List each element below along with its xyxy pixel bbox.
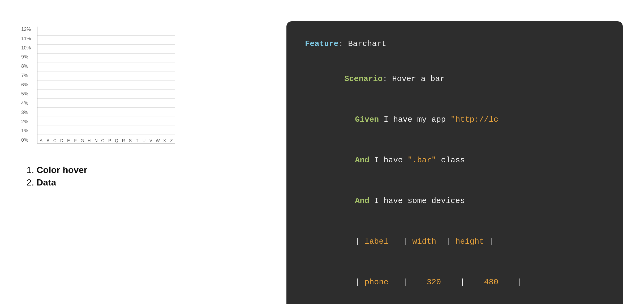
and1-rest: class <box>436 156 465 165</box>
tr1-pipe1: | <box>355 278 364 287</box>
bar-col: R <box>121 137 126 143</box>
y-axis-label: 10% <box>21 45 31 51</box>
y-axis-label: 7% <box>21 73 31 78</box>
bar-col: S <box>128 137 133 143</box>
y-axis-labels: 0%1%2%3%4%5%6%7%8%9%10%11%12% <box>21 27 31 143</box>
bar-col: H <box>87 137 92 143</box>
bar-col: D <box>59 137 65 143</box>
y-axis-label: 2% <box>21 119 31 125</box>
bar-col: G <box>80 137 85 143</box>
bar-col: V <box>148 137 154 143</box>
bar-x-label: S <box>129 138 132 143</box>
bar-col: O <box>100 137 106 143</box>
tr1-height: 480 <box>484 278 498 287</box>
bar-col: P <box>107 137 112 143</box>
given-keyword: Given <box>355 115 379 124</box>
bar-col: B <box>45 137 51 143</box>
bar-x-label: T <box>136 138 139 143</box>
bar-x-label: V <box>149 138 152 143</box>
table-row1: | phone | 320 | 480 | <box>305 262 604 303</box>
bars-wrapper: ABCDEFGHNOPQRSTUVWXZ <box>37 27 175 143</box>
bar-x-label: G <box>81 138 84 143</box>
bar-x-label: R <box>122 138 125 143</box>
y-axis-label: 0% <box>21 137 31 143</box>
feature-value: : Barchart <box>338 39 386 48</box>
y-axis-label: 8% <box>21 64 31 69</box>
y-axis-label: 5% <box>21 91 31 97</box>
given-value: I have my app <box>379 115 450 124</box>
table-row2: | tablet | 1024 | 768 | <box>305 303 604 304</box>
table-pipe1: | <box>355 237 364 246</box>
legend-list: 1. Color hover2. Data <box>21 165 271 190</box>
tr1-sep3: | <box>498 278 522 287</box>
feature-keyword: Feature <box>305 39 338 48</box>
and1-line: And I have ".bar" class <box>305 140 604 181</box>
table-sep2: | <box>436 237 455 246</box>
and1-keyword: And <box>355 156 369 165</box>
tr1-width: 320 <box>427 278 441 287</box>
y-axis-label: 4% <box>21 100 31 106</box>
bar-x-label: E <box>67 138 70 143</box>
code-panel: Feature: Barchart Scenario: Hover a bar … <box>286 21 623 304</box>
y-axis-label: 11% <box>21 36 31 41</box>
bar-col: Z <box>169 137 174 143</box>
feature-line: Feature: Barchart <box>305 37 604 51</box>
table-height-header: height <box>455 237 484 246</box>
tr1-sep1: | <box>388 278 427 287</box>
table-sep1: | <box>388 237 412 246</box>
bar-x-label: Q <box>115 138 118 143</box>
bar-x-label: A <box>40 138 43 143</box>
bar-col: T <box>135 137 140 143</box>
scenario-keyword: Scenario <box>344 74 383 83</box>
bar-col: X <box>162 137 167 143</box>
bar-x-label: X <box>163 138 166 143</box>
bar-col: A <box>38 137 44 143</box>
bar-col: F <box>73 137 78 143</box>
legend-item: 1. Color hover <box>27 165 271 175</box>
y-axis-label: 3% <box>21 110 31 115</box>
bar-x-label: O <box>101 138 104 143</box>
bar-col: W <box>155 137 160 143</box>
bar-x-label: B <box>46 138 49 143</box>
y-axis-label: 12% <box>21 27 31 32</box>
and1-value: I have <box>369 156 407 165</box>
main-container: 0%1%2%3%4%5%6%7%8%9%10%11%12% ABCDEFGHNO… <box>11 11 633 293</box>
tr1-sep2: | <box>441 278 484 287</box>
bar-col: C <box>52 137 58 143</box>
tr1-label: phone <box>364 278 388 287</box>
bar-x-label: C <box>53 138 57 143</box>
bar-x-label: H <box>88 138 91 143</box>
legend-item: 2. Data <box>27 177 271 188</box>
scenario-line: Scenario: Hover a bar <box>305 59 604 99</box>
y-axis-label: 1% <box>21 128 31 134</box>
and2-line: And I have some devices <box>305 181 604 221</box>
and2-keyword: And <box>355 196 369 205</box>
given-line: Given I have my app "http://lc <box>305 99 604 140</box>
bar-x-label: Z <box>170 138 173 143</box>
bar-x-label: F <box>74 138 77 143</box>
and1-string: ".bar" <box>407 156 436 165</box>
bar-x-label: U <box>143 138 146 143</box>
bar-x-label: D <box>60 138 63 143</box>
bar-x-label: P <box>108 138 111 143</box>
scenario-value: : Hover a bar <box>383 74 445 83</box>
and2-value: I have some devices <box>369 196 465 205</box>
y-axis-label: 9% <box>21 54 31 60</box>
bar-col: U <box>141 137 147 143</box>
bar-col: E <box>66 137 71 143</box>
chart-container: 0%1%2%3%4%5%6%7%8%9%10%11%12% ABCDEFGHNO… <box>21 27 175 154</box>
table-sep3: | <box>484 237 493 246</box>
table-header: | label | width | height | <box>305 221 604 262</box>
bar-x-label: N <box>95 138 98 143</box>
table-width-header: width <box>412 237 436 246</box>
bar-col: N <box>93 137 99 143</box>
left-panel: 0%1%2%3%4%5%6%7%8%9%10%11%12% ABCDEFGHNO… <box>21 21 271 190</box>
table-label-header: label <box>364 237 388 246</box>
bar-x-label: W <box>156 138 160 143</box>
y-axis-label: 6% <box>21 82 31 88</box>
given-string: "http://lc <box>450 115 498 124</box>
bar-col: Q <box>114 137 119 143</box>
